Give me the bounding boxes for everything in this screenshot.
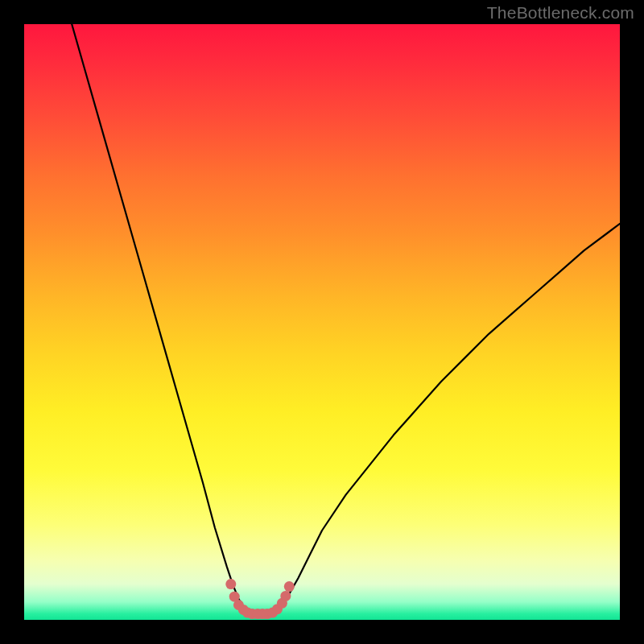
watermark-text: TheBottleneck.com <box>487 3 634 23</box>
sweet-spot-dot <box>280 591 291 601</box>
sweet-spot-marker <box>225 579 295 619</box>
bottleneck-curve <box>72 24 620 614</box>
chart-frame: TheBottleneck.com <box>0 0 644 644</box>
chart-svg <box>24 24 620 620</box>
sweet-spot-dot <box>284 581 295 592</box>
sweet-spot-dot <box>225 579 236 589</box>
plot-area <box>24 24 620 620</box>
